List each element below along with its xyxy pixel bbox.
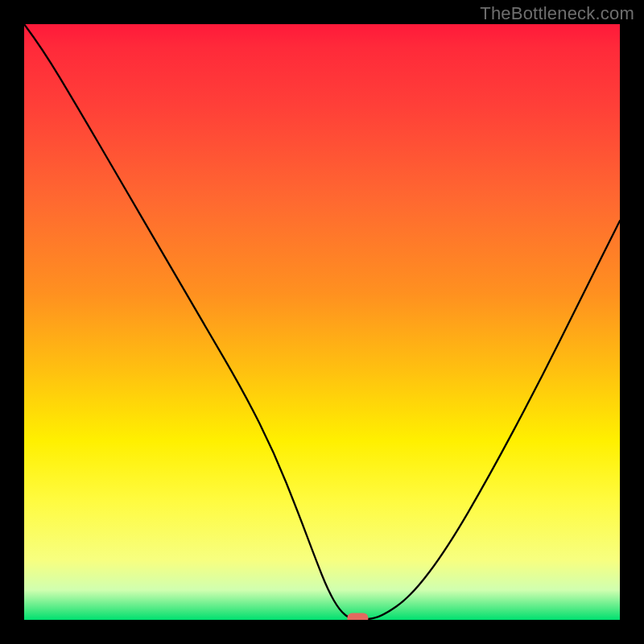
chart-svg <box>24 24 620 620</box>
watermark-label: TheBottleneck.com <box>480 3 634 24</box>
chart-frame: TheBottleneck.com <box>0 0 644 644</box>
plot-area <box>24 24 620 620</box>
bottleneck-curve <box>24 24 620 620</box>
optimum-marker <box>347 613 368 621</box>
